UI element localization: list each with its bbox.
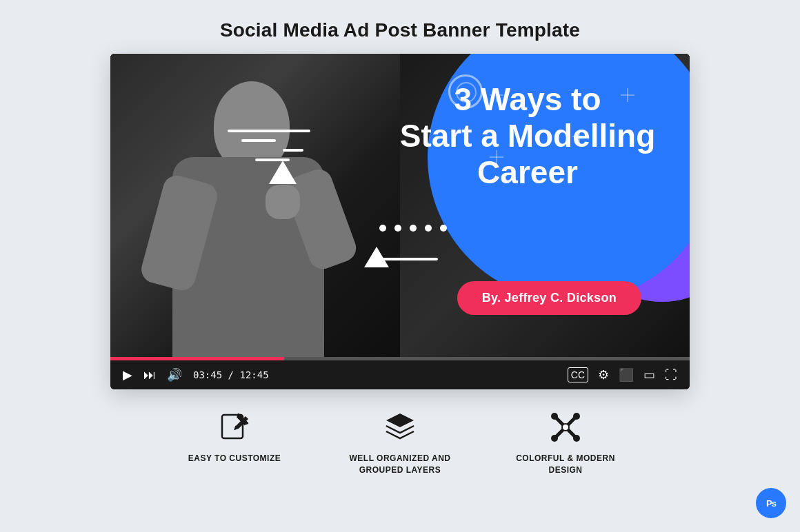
- deco-line-1: [228, 130, 310, 132]
- layers-icon: [381, 409, 419, 446]
- volume-button[interactable]: 🔊: [167, 367, 182, 382]
- svg-point-9: [551, 435, 558, 442]
- svg-marker-2: [386, 413, 414, 427]
- dot-1: [379, 225, 386, 232]
- progress-bar-fill: [110, 357, 284, 360]
- deco-line-3: [283, 149, 303, 152]
- dot-2: [394, 225, 401, 232]
- controls-row: ▶ ⏭ 🔊 03:45 / 12:45 CC ⚙ ⬛ ▭ ⛶: [110, 360, 690, 389]
- customize-label: EASY TO CUSTOMIZE: [188, 453, 281, 464]
- time-separator: /: [228, 369, 240, 380]
- svg-point-5: [562, 424, 569, 431]
- ps-label: Ps: [766, 498, 776, 509]
- feature-design: COLORFUL & MODERN DESIGN: [510, 409, 621, 476]
- hand-shape: [266, 185, 300, 219]
- svg-point-6: [551, 413, 558, 420]
- headline-overlay: 3 Ways to Start a Modelling Career: [379, 81, 676, 191]
- total-time: 12:45: [239, 369, 268, 380]
- progress-bar-container[interactable]: [110, 357, 690, 360]
- design-label: COLORFUL & MODERN DESIGN: [510, 453, 621, 476]
- dot-5: [440, 225, 447, 232]
- dot-decorations: [379, 225, 447, 232]
- controls-left: ▶ ⏭ 🔊 03:45 / 12:45: [123, 367, 269, 382]
- edit-icon: [216, 409, 253, 446]
- settings-button[interactable]: ⚙: [598, 367, 609, 382]
- layers-label: WELL ORGANIZED AND GROUPED LAYERS: [345, 453, 455, 476]
- next-button[interactable]: ⏭: [143, 368, 156, 382]
- miniplayer-button[interactable]: ⬛: [619, 367, 634, 382]
- ps-badge: Ps: [756, 488, 786, 518]
- svg-point-7: [573, 435, 580, 442]
- headline-line1: 3 Ways to: [379, 81, 676, 118]
- svg-point-8: [573, 413, 580, 420]
- video-thumbnail: 3 Ways to Start a Modelling Career By. J…: [110, 54, 690, 357]
- video-player: 3 Ways to Start a Modelling Career By. J…: [110, 54, 690, 389]
- triangle-decoration-1: [269, 161, 297, 184]
- current-time: 03:45: [193, 369, 222, 380]
- deco-line-2: [241, 139, 276, 142]
- triangle-decoration-2: [364, 247, 389, 267]
- palette-icon: [547, 409, 584, 446]
- dot-4: [425, 225, 432, 232]
- author-label: By. Jeffrey C. Dickson: [457, 281, 641, 315]
- person-silhouette: [131, 68, 366, 357]
- cc-button[interactable]: CC: [568, 367, 588, 382]
- headline-line2: Start a Modelling: [379, 118, 676, 154]
- deco-horizontal-line: [383, 258, 438, 260]
- feature-customize: EASY TO CUSTOMIZE: [179, 409, 290, 476]
- play-button[interactable]: ▶: [123, 367, 132, 382]
- video-controls: ▶ ⏭ 🔊 03:45 / 12:45 CC ⚙ ⬛ ▭ ⛶: [110, 357, 690, 389]
- headline-line3: Career: [379, 154, 676, 191]
- features-row: EASY TO CUSTOMIZE WELL ORGANIZED AND GRO…: [179, 409, 621, 476]
- feature-layers: WELL ORGANIZED AND GROUPED LAYERS: [345, 409, 455, 476]
- theater-button[interactable]: ▭: [643, 367, 655, 382]
- fullscreen-button[interactable]: ⛶: [665, 368, 677, 382]
- page-title: Social Media Ad Post Banner Template: [220, 19, 580, 41]
- dot-3: [410, 225, 417, 232]
- time-display: 03:45 / 12:45: [193, 369, 269, 380]
- controls-right: CC ⚙ ⬛ ▭ ⛶: [568, 367, 677, 382]
